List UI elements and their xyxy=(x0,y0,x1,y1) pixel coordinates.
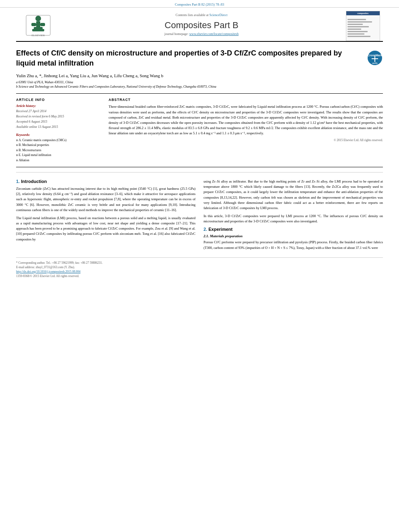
logo-line-2 xyxy=(348,21,372,23)
section2-title: Experiment xyxy=(208,227,232,232)
article-title-label: Effects of Cf/C density on microstructur… xyxy=(16,49,342,67)
keyword-4: E. Liquid metal infiltration xyxy=(16,153,101,158)
contents-available-text: Contents lists available at ScienceDirec… xyxy=(176,13,228,17)
journal-info-center: Contents lists available at ScienceDirec… xyxy=(60,11,343,41)
composites-logo-container: composites xyxy=(343,11,383,41)
body-content: 1. Introduction Zirconium carbide (ZrC) … xyxy=(16,173,383,253)
logo-line-1 xyxy=(348,19,366,20)
logo-line-8 xyxy=(348,36,371,37)
affiliation-a: a 63981 Unit of PLA, Wuhan 430311, China xyxy=(16,80,383,84)
section1-heading: 1. Introduction xyxy=(16,179,195,184)
svg-rect-3 xyxy=(40,23,45,26)
keyword-5: Ablation xyxy=(16,158,101,163)
received-date: Received 27 April 2014 xyxy=(16,109,101,114)
keyword-3: B. Microstructures xyxy=(16,148,101,153)
elsevier-tree-icon: ELSEVIER xyxy=(24,15,52,37)
crossmark-badge[interactable]: CrossMark verify xyxy=(367,50,383,66)
section1-para2: The Liquid metal infiltration (LMI) proc… xyxy=(16,216,195,242)
online-date: Available online 13 August 2015 xyxy=(16,125,101,130)
subsection2-1-number: 2.1. xyxy=(204,234,209,238)
journal-header: ELSEVIER Contents lists available at Sci… xyxy=(16,8,383,42)
body-left-col: 1. Introduction Zirconium carbide (ZrC) … xyxy=(16,179,195,253)
journal-top-bar: Composites Part B 82 (2015) 78–83 xyxy=(0,0,399,8)
subsection2-1-title: Materials preparation xyxy=(210,234,243,238)
logo-line-4 xyxy=(348,26,369,27)
logo-line-6 xyxy=(348,31,368,32)
sciencedirect-link[interactable]: ScienceDirect xyxy=(210,13,228,17)
abstract-text: Three-dimensional braided carbon fiber-r… xyxy=(109,104,383,136)
section1-para1: Zirconium carbide (ZrC) has attracted in… xyxy=(16,186,195,213)
article-info-heading: ARTICLE INFO xyxy=(16,98,101,102)
logo-line-5 xyxy=(348,29,362,30)
authors-text: Yulin Zhu a, *, Jinhong Lei a, Yang Liu … xyxy=(16,73,163,78)
revised-date: Received in revised form 6 May 2015 xyxy=(16,114,101,119)
section2-heading: 2. Experiment xyxy=(204,227,383,232)
keyword-1: A. Ceramic-matrix composites (CMCs) xyxy=(16,138,101,143)
article-content: Effects of Cf/C density on microstructur… xyxy=(16,42,383,167)
article-history-label: Article history: xyxy=(16,104,101,108)
doi-line: http://dx.doi.org/10.1016/j.jcompositesb… xyxy=(16,270,383,273)
article-title-block: Effects of Cf/C density on microstructur… xyxy=(16,48,383,68)
journal-homepage: journal homepage: www.elsevier.com/locat… xyxy=(165,32,239,36)
section1-number: 1. xyxy=(16,179,20,184)
doi-link[interactable]: http://dx.doi.org/10.1016/j.jcompositesb… xyxy=(16,270,80,273)
section2-number: 2. xyxy=(204,227,207,232)
svg-text:ELSEVIER: ELSEVIER xyxy=(31,34,45,37)
journal-citation: Composites Part B 82 (2015) 78–83 xyxy=(175,2,224,6)
svg-rect-5 xyxy=(34,27,43,31)
article-dates: Received 27 April 2014 Received in revis… xyxy=(16,109,101,129)
svg-text:verify: verify xyxy=(372,62,378,64)
elsevier-logo: ELSEVIER xyxy=(24,15,52,37)
issn-line: 1359-8368/© 2015 Elsevier Ltd. All right… xyxy=(16,274,383,278)
keywords-label: Keywords: xyxy=(16,133,101,137)
abstract-col: ABSTRACT Three-dimensional braided carbo… xyxy=(109,98,383,163)
subsection2-1-heading: 2.1. Materials preparation xyxy=(204,234,383,238)
crossmark-icon: CrossMark verify xyxy=(367,50,383,66)
article-footer: * Corresponding author. Tel.: +86 27 596… xyxy=(16,257,383,278)
journal-homepage-link[interactable]: www.elsevier.com/locate/compositesb xyxy=(189,32,239,36)
section1-right-para1: using Zr–Si alloy as infiltrator. But du… xyxy=(204,179,383,211)
svg-rect-0 xyxy=(35,16,41,21)
article-info-col: ARTICLE INFO Article history: Received 2… xyxy=(16,98,101,163)
accepted-date: Accepted 6 August 2015 xyxy=(16,119,101,125)
svg-rect-2 xyxy=(31,23,36,26)
journal-name: Composites Part B xyxy=(165,20,238,31)
keyword-2: B. Mechanical properties xyxy=(16,143,101,148)
section1-right-para2: In this article, 3-D Cf/ZrC composites w… xyxy=(204,214,383,224)
abstract-heading: ABSTRACT xyxy=(109,98,383,102)
info-abstract-block: ARTICLE INFO Article history: Received 2… xyxy=(16,93,383,167)
body-right-col: using Zr–Si alloy as infiltrator. But du… xyxy=(204,179,383,253)
email-note: E-mail address: zhuyl_0731@163.com (Y. Z… xyxy=(16,265,383,269)
article-title-text: Effects of Cf/C density on microstructur… xyxy=(16,48,367,68)
section1-title: Introduction xyxy=(21,179,47,184)
section2-para1: Porous Cf/C preforms were prepared by pr… xyxy=(204,240,383,250)
authors-line: Yulin Zhu a, *, Jinhong Lei a, Yang Liu … xyxy=(16,73,383,78)
composites-logo-lines xyxy=(346,15,380,41)
logo-line-3 xyxy=(348,24,363,25)
corresponding-note: * Corresponding author. Tel.: +86 27 596… xyxy=(16,261,383,265)
composites-logo-box: composites xyxy=(346,11,380,41)
logo-line-7 xyxy=(348,33,364,35)
affiliation-b: b Science and Technology on Advanced Cer… xyxy=(16,85,383,88)
composites-logo-top: composites xyxy=(346,11,380,15)
copyright-line: © 2015 Elsevier Ltd. All rights reserved… xyxy=(109,138,383,142)
elsevier-logo-container: ELSEVIER xyxy=(16,11,60,41)
